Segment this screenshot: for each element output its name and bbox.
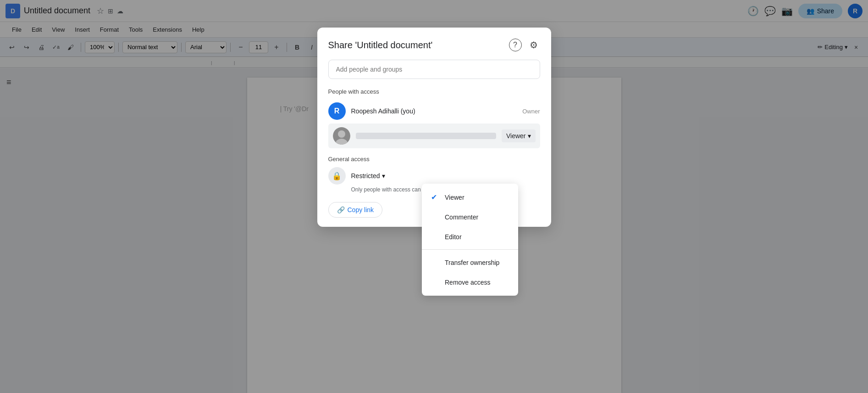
dialog-title: Share 'Untitled document' [328,40,433,51]
role-transfer-label: Transfer ownership [445,259,499,266]
role-option-remove[interactable]: ✔ Remove access [422,272,518,292]
viewer-dropdown-chevron-icon: ▾ [528,132,531,140]
owner-name: Roopesh Adihalli (you) [351,107,517,115]
restricted-label: Restricted [351,172,380,180]
role-commenter-label: Commenter [445,213,478,221]
lock-icon-circle: 🔒 [328,167,346,185]
role-dropdown-menu: ✔ Viewer ✔ Commenter ✔ Editor ✔ Transfer… [422,184,518,296]
second-person-avatar [333,127,350,145]
general-access-label: General access [328,156,540,163]
role-option-editor[interactable]: ✔ Editor [422,227,518,247]
restricted-chevron-icon: ▾ [382,172,385,180]
owner-role: Owner [522,108,540,115]
dialog-header: Share 'Untitled document' ? ⚙ [328,39,540,51]
viewer-role-label: Viewer [506,132,526,140]
role-divider [422,249,518,250]
viewer-check-icon: ✔ [431,193,440,202]
help-button[interactable]: ? [509,39,522,51]
second-person-row: Viewer ▾ [328,124,540,148]
svg-point-4 [338,130,345,138]
owner-avatar: R [328,102,346,120]
role-option-commenter[interactable]: ✔ Commenter [422,207,518,227]
owner-row: R Roopesh Adihalli (you) Owner [328,100,540,123]
link-icon: 🔗 [337,206,345,213]
second-person-name-blur [356,133,496,139]
settings-button[interactable]: ⚙ [527,39,540,51]
restricted-dropdown-button[interactable]: Restricted ▾ [351,172,385,180]
role-remove-label: Remove access [445,279,491,286]
lock-icon: 🔒 [332,171,342,181]
role-editor-label: Editor [445,233,462,241]
general-access-row: 🔒 Restricted ▾ [328,167,540,185]
role-option-viewer[interactable]: ✔ Viewer [422,187,518,207]
people-section-label: People with access [328,88,540,95]
help-icon: ? [513,41,517,49]
copy-link-label: Copy link [348,206,374,213]
add-people-input[interactable] [328,60,540,79]
gear-icon: ⚙ [530,39,538,51]
role-option-transfer[interactable]: ✔ Transfer ownership [422,253,518,272]
dialog-header-icons: ? ⚙ [509,39,540,51]
viewer-role-dropdown[interactable]: Viewer ▾ [502,129,536,142]
modal-overlay[interactable]: Share 'Untitled document' ? ⚙ People wit… [0,0,868,393]
copy-link-button[interactable]: 🔗 Copy link [328,202,383,218]
role-viewer-label: Viewer [445,194,464,201]
